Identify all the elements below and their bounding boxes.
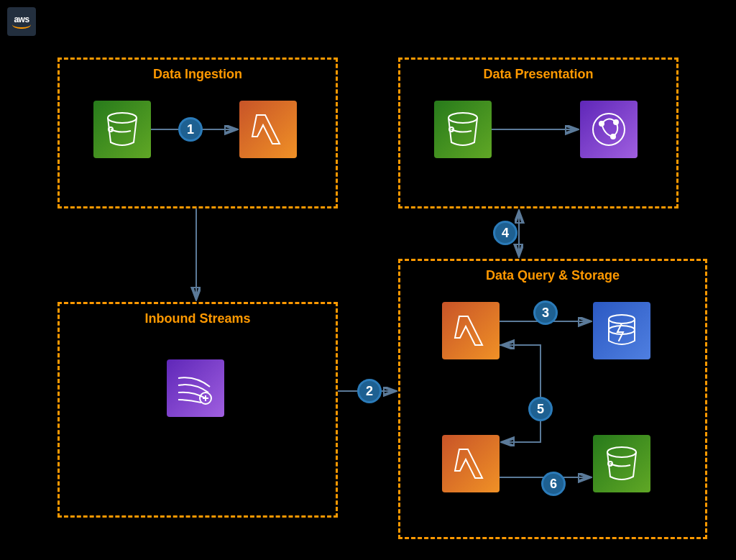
- kinesis-stream-icon: [167, 359, 224, 417]
- svg-point-2: [448, 113, 477, 123]
- step-badge-5: 5: [528, 397, 553, 421]
- step-badge-3: 3: [533, 300, 558, 325]
- step-badge-2: 2: [357, 379, 382, 403]
- group-data-query-storage: Data Query & Storage: [398, 259, 707, 539]
- svg-point-13: [607, 447, 636, 457]
- cloudfront-icon: [580, 101, 638, 158]
- group-title-ingestion: Data Ingestion: [60, 67, 336, 82]
- aws-logo: aws: [7, 7, 36, 36]
- step-badge-4: 4: [493, 221, 518, 245]
- lambda-icon: [239, 101, 297, 158]
- group-title-query: Data Query & Storage: [400, 268, 705, 283]
- svg-point-0: [108, 113, 137, 123]
- group-title-presentation: Data Presentation: [400, 67, 676, 82]
- aws-smile-icon: [12, 23, 31, 29]
- svg-point-12: [609, 326, 635, 334]
- lambda-icon: [442, 435, 500, 492]
- lambda-icon: [442, 302, 500, 359]
- s3-bucket-icon: [593, 435, 650, 492]
- group-title-inbound: Inbound Streams: [60, 311, 336, 326]
- diagram-canvas: aws Data Ingestion Data Presentation: [0, 0, 736, 560]
- svg-point-11: [609, 315, 635, 323]
- s3-bucket-icon: [434, 101, 492, 158]
- step-badge-1: 1: [178, 117, 203, 142]
- step-badge-6: 6: [541, 472, 566, 496]
- dynamodb-icon: [593, 302, 650, 359]
- s3-bucket-icon: [93, 101, 151, 158]
